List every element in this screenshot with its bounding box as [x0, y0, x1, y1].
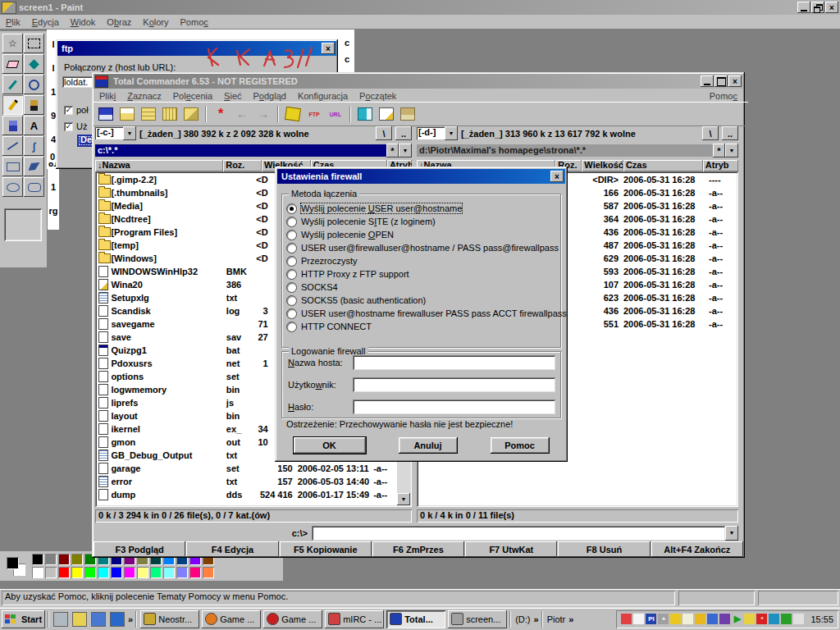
mouse-icon[interactable] [633, 614, 644, 624]
radio-icon[interactable] [286, 230, 297, 240]
fn-button-f5[interactable]: F5 Kopiowanie [280, 541, 372, 557]
volume-control-icon[interactable]: + [658, 614, 669, 624]
firewall-method-option[interactable]: Wyślij polecenie USER user@hostname [286, 203, 462, 214]
radio-icon[interactable] [286, 295, 297, 306]
tc-menu-pomoc[interactable]: Pomoc [704, 89, 743, 103]
left-path[interactable]: c:\*.* [95, 144, 386, 157]
paint-menu-kolory[interactable]: Kolory [137, 16, 174, 29]
palette-color[interactable] [31, 553, 44, 566]
right-history-button[interactable]: * [713, 144, 725, 158]
quicklaunch-explorer-icon[interactable] [90, 610, 107, 628]
quicklaunch-show-desktop-icon[interactable] [52, 610, 69, 628]
display-settings-icon[interactable] [719, 614, 730, 624]
radio-selected-icon[interactable] [286, 203, 297, 214]
firewall-method-option[interactable]: Przezroczysty [286, 255, 357, 267]
maximize-button[interactable] [714, 75, 728, 87]
column-header-size[interactable]: Wielkość [582, 160, 623, 171]
eraser-tool[interactable] [2, 54, 23, 74]
paint-menu-widok[interactable]: Widok [65, 16, 102, 29]
palette-color[interactable] [110, 566, 123, 579]
close-button[interactable]: × [825, 2, 838, 13]
chevron-down-icon[interactable]: ▼ [123, 126, 136, 140]
palette-color[interactable] [71, 566, 84, 579]
palette-color[interactable] [57, 553, 71, 566]
fn-button-f4[interactable]: F4 Edycja [186, 541, 278, 557]
modem-lights-icon[interactable] [682, 614, 693, 624]
toolbar-foldertree-button[interactable] [117, 105, 137, 123]
radio-icon[interactable] [286, 256, 297, 267]
player-icon[interactable]: ▶ [732, 614, 742, 624]
taskbar-toolbar-piotr[interactable]: Piotr [547, 614, 566, 624]
taskbar-divider[interactable] [509, 611, 512, 628]
palette-color[interactable] [162, 566, 176, 579]
radio-icon[interactable] [286, 322, 297, 332]
tc-menu-zaznacz[interactable]: Zaznacz [121, 89, 167, 103]
column-header-attr[interactable]: Atryb [703, 160, 738, 171]
ftp-checkbox-row-1[interactable]: ✓ poł [64, 105, 89, 115]
airbrush-tool[interactable] [2, 116, 23, 135]
task-button-neostr[interactable]: Neostr... [140, 610, 199, 628]
tc-menu-sieć[interactable]: Sieć [218, 89, 247, 103]
palette-color[interactable] [176, 566, 189, 579]
toolbar-book-button[interactable] [355, 105, 375, 123]
tc-menu-podgląd[interactable]: Podgląd [248, 89, 292, 103]
update-icon[interactable] [707, 614, 718, 624]
palette-color[interactable] [84, 566, 97, 579]
chevron-right-icon[interactable]: » [534, 614, 539, 624]
pencil-tool[interactable] [2, 95, 23, 115]
restore-button[interactable] [811, 2, 824, 13]
scroll-down-icon[interactable]: ▼ [397, 493, 410, 505]
toolbar-note-button[interactable] [377, 105, 396, 123]
fill-tool[interactable] [24, 54, 44, 74]
brush-tool[interactable] [24, 95, 44, 115]
pomoc-button[interactable]: Pomoc [491, 437, 550, 454]
quicklaunch-tz-clock-icon[interactable] [109, 610, 126, 628]
antivirus-icon[interactable]: * [756, 614, 767, 624]
column-header-time[interactable]: Czas [623, 160, 703, 171]
toolbar-list-button[interactable] [160, 105, 180, 123]
right-path[interactable]: d:\Piotr\Maximal's homapege\strona\*.* [417, 144, 713, 157]
fn-button-f8[interactable]: F8 Usuń [558, 541, 650, 557]
fn-button-f7[interactable]: F7 UtwKat [465, 541, 557, 557]
ellipse-tool[interactable] [2, 177, 23, 197]
radio-icon[interactable] [286, 217, 297, 227]
fn-button-f3[interactable]: F3 Podgląd [94, 541, 185, 557]
left-dropdown-button[interactable]: ▼ [399, 144, 412, 158]
command-input[interactable] [312, 526, 725, 541]
right-root-button[interactable]: \ [702, 126, 719, 140]
toolbar-forward-button[interactable]: → [253, 105, 273, 123]
tc-menu-konfiguracja[interactable]: Konfiguracja [292, 89, 354, 103]
freeform-select-tool[interactable]: ☆ [2, 34, 23, 53]
left-history-button[interactable]: * [386, 144, 399, 158]
chevron-down-icon[interactable]: ▼ [445, 126, 458, 140]
minimize-button[interactable] [701, 75, 714, 87]
globe-alert-icon[interactable] [769, 614, 779, 624]
toolbar-image-button[interactable] [398, 105, 418, 123]
toolbar-ftp-button[interactable]: FTP [304, 105, 324, 123]
palette-color[interactable] [149, 566, 162, 579]
firewall-method-option[interactable]: USER user@firewalluser@hostname / PASS p… [286, 242, 559, 253]
palette-color[interactable] [189, 566, 202, 579]
rounded-rect-tool[interactable] [24, 177, 44, 197]
taskbar-divider[interactable] [135, 611, 138, 628]
text-tool[interactable]: A [24, 116, 44, 135]
close-button[interactable]: × [728, 75, 742, 87]
minimize-button[interactable] [797, 2, 810, 13]
paint-menu-pomoc[interactable]: Pomoc [175, 16, 214, 29]
task-button-mirc[interactable]: mIRC - ... [325, 610, 384, 628]
ok-button[interactable]: OK [294, 437, 366, 454]
file-row[interactable]: errortxt1572006-05-03 14:40-a-- [97, 475, 397, 488]
task-button-game[interactable]: Game ... [202, 610, 261, 628]
toolbar-asterisk-button[interactable]: * [211, 105, 231, 123]
tc-menu-polecenia[interactable]: Polecenia [167, 89, 218, 103]
palette-color[interactable] [123, 566, 136, 579]
cd-player-icon[interactable] [670, 614, 681, 624]
firewall-method-option[interactable]: Wyślij polecenie SITE (z loginem) [286, 216, 436, 227]
taskbar-toolbar-d[interactable]: (D:) [515, 614, 530, 624]
palette-color[interactable] [31, 566, 44, 579]
language-pl-icon[interactable]: Pl [646, 614, 656, 624]
magnifier-tool[interactable] [24, 75, 44, 94]
network-icon[interactable] [781, 614, 792, 624]
palette-color[interactable] [57, 566, 71, 579]
close-icon[interactable]: × [550, 171, 564, 182]
